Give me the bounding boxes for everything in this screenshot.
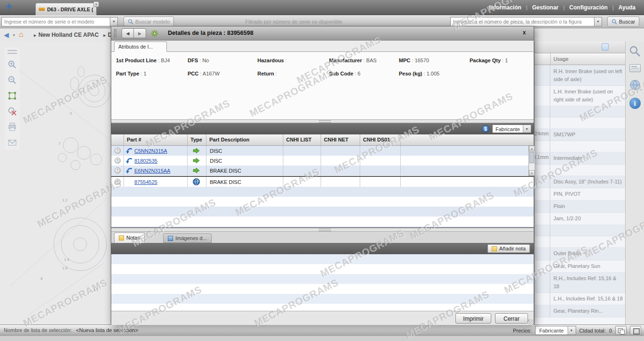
price-list-icon[interactable]: [629, 64, 641, 72]
breadcrumb-item[interactable]: New Holland CE APAC: [33, 32, 99, 38]
selection-list-value[interactable]: <Nueva lista de selección>: [76, 327, 138, 333]
scrollbar-thumb[interactable]: [529, 152, 534, 163]
tab-notes[interactable]: Notas: [114, 233, 145, 243]
usage-row[interactable]: Jam, 1/2-20: [535, 213, 625, 225]
dialog-close-icon[interactable]: x: [520, 29, 528, 37]
splitter-handle[interactable]: [111, 228, 534, 232]
part-search-input[interactable]: [450, 17, 594, 26]
usage-row[interactable]: [535, 141, 625, 152]
open-window-icon[interactable]: [630, 326, 641, 335]
expand-icon[interactable]: [115, 167, 121, 174]
search-part-button[interactable]: Buscar: [607, 17, 639, 27]
previous-part-icon[interactable]: ◀: [122, 28, 134, 38]
document-tab[interactable]: D63 - DRIVE AXLE (...: [35, 3, 97, 15]
clear-selection-icon[interactable]: [8, 107, 17, 116]
menu-informacion[interactable]: Información: [489, 4, 521, 11]
filler-cell: [401, 156, 528, 166]
dialog-title-bar[interactable]: ◀ ▶ Detalles de la pieza : 83956598 x: [111, 26, 534, 41]
usage-row[interactable]: [535, 165, 625, 176]
zoom-out-icon[interactable]: [8, 75, 17, 85]
usage-row[interactable]: 24mm SM17WP: [535, 129, 625, 141]
usage-row[interactable]: R.H., Includes Ref. 15,16 & 18: [535, 273, 625, 293]
expand-icon[interactable]: [115, 179, 121, 185]
usage-row[interactable]: [535, 225, 625, 236]
usage-row[interactable]: [535, 117, 625, 129]
resize-grip-icon[interactable]: [528, 319, 533, 324]
expand-icon[interactable]: [115, 158, 121, 164]
part-number-link[interactable]: 81802535: [134, 158, 157, 164]
splitter-handle[interactable]: [111, 119, 534, 123]
usage-row[interactable]: [535, 236, 625, 248]
close-button[interactable]: Cerrar: [495, 313, 528, 324]
print-icon[interactable]: [8, 122, 17, 132]
tab-close-icon[interactable]: x: [93, 1, 99, 7]
scroll-down-icon[interactable]: ▼: [529, 170, 535, 176]
gear-icon[interactable]: [151, 30, 158, 37]
usage-column-header[interactable]: Usage: [535, 53, 625, 65]
part-search-dropdown-icon[interactable]: [594, 17, 602, 26]
back-arrow-icon[interactable]: ◀: [4, 31, 9, 39]
part-number-link[interactable]: E6NN2N315AA: [134, 168, 170, 174]
part-number-link[interactable]: C5NN2N315A: [134, 148, 167, 154]
usage-row[interactable]: Gear, Planetary Rin...: [535, 305, 625, 317]
new-tab-button[interactable]: +: [3, 1, 15, 13]
table-row[interactable]: C5NN2N315A DISC: [111, 146, 528, 156]
menu-ayuda[interactable]: Ayuda: [619, 4, 636, 11]
table-row[interactable]: 81802535 DISC: [111, 156, 528, 166]
header-cnhi-net[interactable]: CNHI NET: [321, 134, 360, 145]
table-row[interactable]: E6NN2N315AA BRAKE DISC: [111, 166, 528, 175]
search-model-button[interactable]: Buscar modelo: [124, 17, 174, 27]
next-part-icon[interactable]: ▶: [134, 28, 146, 38]
usage-text: [550, 117, 625, 128]
menu-gestionar[interactable]: Gestionar: [532, 4, 559, 11]
chevron-down-icon[interactable]: [568, 326, 576, 334]
zoom-in-icon[interactable]: [8, 60, 17, 69]
copy-list-icon[interactable]: [615, 326, 627, 335]
menu-configuracion[interactable]: Configuración: [570, 4, 608, 11]
header-cnhi-list[interactable]: CNHI LIST: [283, 134, 321, 145]
model-search-dropdown-icon[interactable]: [110, 17, 118, 26]
expand-icon[interactable]: [115, 148, 121, 154]
header-type[interactable]: Type: [188, 134, 206, 145]
usage-row[interactable]: 30.1mm Intermediate: [535, 152, 625, 165]
email-icon[interactable]: [8, 138, 17, 147]
usage-row[interactable]: Plain: [535, 200, 625, 213]
header-description[interactable]: Part Description: [206, 134, 283, 145]
home-icon[interactable]: ⌂: [19, 30, 24, 39]
description-fragment: [535, 165, 550, 175]
info-icon[interactable]: i: [629, 98, 641, 109]
usage-row[interactable]: R.H. Inner Brake (used on left side of a…: [535, 66, 625, 86]
diagram-ref-label: 12: [62, 198, 68, 202]
usage-row[interactable]: [535, 106, 625, 117]
toolbar-grip-icon[interactable]: [8, 50, 17, 54]
notes-tabstrip: Notas Imágenes d...: [111, 232, 534, 243]
usage-row[interactable]: L.H., Includes Ref. 15,16 & 18: [535, 293, 625, 305]
globe-icon[interactable]: [629, 79, 641, 91]
chevron-down-icon[interactable]: [523, 125, 531, 133]
part-number-link[interactable]: 87554525: [134, 179, 157, 185]
model-search-input[interactable]: [1, 17, 110, 26]
table-row[interactable]: 87554525 BRAKE DISC: [111, 177, 534, 187]
usage-row[interactable]: Gear, Planetary Sun: [535, 260, 625, 273]
usage-row[interactable]: PIN, PIVOT: [535, 188, 625, 200]
search-parts-icon[interactable]: [629, 45, 641, 58]
fit-to-screen-icon[interactable]: [8, 91, 17, 100]
parts-table-scrollbar[interactable]: ▲ ▼: [528, 146, 535, 176]
print-button[interactable]: Imprimir: [455, 313, 491, 324]
panel-options-icon[interactable]: [602, 43, 609, 50]
back-history-dropdown-icon[interactable]: ▼: [12, 33, 16, 37]
header-cnhi-ds01[interactable]: CNHI DS01: [360, 134, 401, 145]
usage-row[interactable]: Outer Brake: [535, 248, 625, 260]
usage-row[interactable]: L.H. Inner Brake (used on right side of …: [535, 86, 625, 106]
usage-row[interactable]: Disc Assy, 18" (Includes 7-11): [535, 176, 625, 188]
tab-attributes[interactable]: Atributos de l...: [114, 42, 167, 52]
note-icon: [119, 235, 124, 241]
scroll-up-icon[interactable]: ▲: [529, 146, 535, 151]
status-bar-right: Precios: Fabricante Ctdad total: 0: [513, 326, 641, 335]
drag-grip-icon[interactable]: [114, 29, 116, 37]
tab-images[interactable]: Imágenes d...: [163, 233, 212, 243]
prices-select[interactable]: Fabricante: [535, 326, 576, 335]
price-source-select[interactable]: Fabricante: [492, 125, 531, 133]
add-note-button[interactable]: Añadir nota: [487, 244, 530, 253]
header-part[interactable]: Part #: [124, 134, 188, 145]
